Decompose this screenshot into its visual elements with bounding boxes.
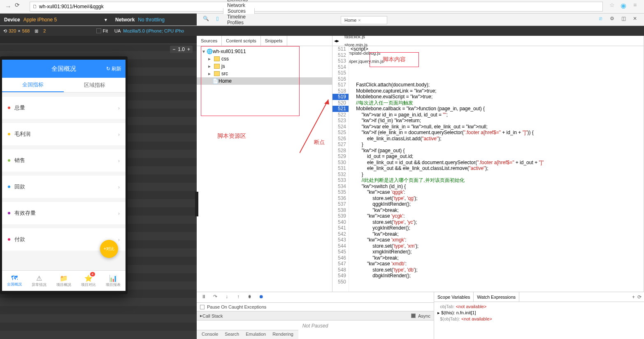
url-text: wh-xull01:9011/Home#&qggk (39, 4, 104, 9)
nav-item[interactable]: 📁项目概况 (51, 271, 76, 291)
nav-item[interactable]: ⚠异常情况 (27, 271, 51, 291)
reload-icon[interactable]: ⟳ (15, 2, 25, 12)
refresh-button[interactable]: ↻ 刷新 (106, 65, 121, 72)
app-bottom-nav: 🗺全国概况⚠异常情况📁项目概况⭐项目对比4📊项目报表 (2, 270, 126, 291)
settings-gear-icon[interactable]: ⚙ (608, 16, 616, 24)
close-icon[interactable]: × (358, 18, 360, 23)
app-tab-national[interactable]: 全国指标 (2, 78, 64, 92)
line-gutter[interactable]: 5115125135145155165175185195205215225235… (332, 46, 349, 331)
list-item[interactable]: 毛利润› (2, 123, 126, 145)
nav-item[interactable]: 📊项目报表 (101, 271, 126, 291)
back-arrow-icon[interactable]: → (3, 2, 13, 12)
list-item[interactable]: 有效存量› (2, 202, 126, 224)
chevron-down-icon: ▾ (105, 17, 107, 23)
devtools-tab-sources[interactable]: Sources (223, 8, 255, 14)
annotation-label: 脚本资源区 (217, 132, 246, 140)
drawer-toggle-icon[interactable]: ⎚ (596, 16, 604, 24)
devtools-tab-timeline[interactable]: Timeline (223, 14, 255, 20)
app-header: 全国概况 ↻ 刷新 (2, 60, 126, 78)
zoom-out-icon[interactable]: − (172, 46, 175, 52)
phone-frame: 全国概况 ↻ 刷新 全国指标 区域指标 总量›毛利润›销售›回款›有效存量›付款… (0, 56, 128, 294)
pause-exceptions-row[interactable]: Pause On Caught Exceptions (197, 303, 434, 311)
annotation-box (201, 46, 300, 116)
svg-marker-1 (324, 100, 329, 104)
app-list: 总量›毛利润›销售›回款›有效存量›付款› (2, 97, 126, 251)
file-tabs: ◂▸ Home×mobilebone.jsfastclick.jsstore.m… (332, 36, 644, 46)
devtools-tab-network[interactable]: Network (223, 2, 255, 8)
app-tab-regional[interactable]: 区域指标 (64, 78, 126, 92)
dock-icon[interactable]: ◫ (619, 16, 628, 24)
watch-expression[interactable]: ▸ $(this): n.fn.init[1] (437, 310, 641, 316)
watch-panel: Scope Variables Watch Expressions +⟳ obj… (434, 292, 644, 339)
devtools-header: Device Apple iPhone 5 ▾ Network No throt… (0, 14, 644, 26)
device-mode-icon[interactable]: ▯ (213, 16, 221, 24)
zoom-in-icon[interactable]: + (187, 46, 190, 52)
watch-expressions-tab[interactable]: Watch Expressions (474, 292, 519, 302)
annotation-breakpoint: 断点 (314, 139, 325, 146)
network-throttle[interactable]: Network No throttling (111, 14, 197, 26)
hamburger-menu-icon[interactable]: ≡ (630, 2, 640, 12)
pause-checkbox[interactable] (200, 305, 205, 309)
app-tabs: 全国指标 区域指标 (2, 78, 126, 93)
list-item[interactable]: 回款› (2, 176, 126, 198)
step-over-icon[interactable]: ↷ (212, 294, 219, 301)
drawer-console[interactable]: Console (198, 330, 221, 339)
debug-toolbar: ⏸ ↷ ↓ ↑ ⧯ ⏺ (197, 292, 434, 303)
device-config-row: ⟲ 320 × 568 ⊞ 2 Fit UA Mozilla/5.0 (iPho… (0, 26, 644, 36)
device-emulator: − 1.0 + 全国概况 ↻ 刷新 全国指标 区域指标 总量›毛利润›销售›回款… (0, 36, 197, 339)
watch-expression[interactable]: $(objTab): <not available> (437, 316, 641, 322)
refresh-watch-icon[interactable]: ⟳ (637, 294, 642, 300)
scope-variables-tab[interactable]: Scope Variables (434, 292, 474, 302)
rotate-icon[interactable]: ⟲ (3, 28, 7, 34)
src-tab-snippets[interactable]: Snippets (261, 36, 287, 46)
deactivate-bp-icon[interactable]: ⧯ (246, 294, 253, 301)
pause-exceptions-icon[interactable]: ⏺ (258, 294, 265, 301)
compare-fab[interactable]: +对比 (100, 240, 118, 258)
url-bar[interactable]: 🗋 wh-xull01:9011/Home#&qggk (30, 2, 603, 12)
next-icon[interactable]: ▸ (337, 38, 339, 44)
drawer-tabs: Console Search Emulation Rendering (197, 330, 298, 339)
devtools-tabs: 🔍 ▯ ElementsNetworkSourcesTimelineProfil… (197, 14, 644, 26)
zoom-control[interactable]: − 1.0 + (170, 46, 193, 53)
call-stack-header[interactable]: ▸ Call Stack Async (197, 311, 434, 320)
search-icon[interactable]: 🔍 (202, 16, 210, 24)
watch-expression[interactable]: objTab: <not available> (437, 304, 641, 310)
file-tab[interactable]: fastclick.js (341, 33, 387, 41)
code-body[interactable]: 5115125135145155165175185195205215225235… (332, 46, 644, 331)
nav-item[interactable]: ⭐项目对比4 (76, 271, 101, 291)
async-checkbox[interactable] (411, 313, 416, 318)
drawer-search[interactable]: Search (221, 330, 242, 339)
bookmark-star-icon[interactable]: ☆ (607, 2, 617, 12)
devtools-tab-resources[interactable]: Resources (223, 26, 255, 31)
annotation-script-content: 脚本内容 (370, 52, 419, 67)
step-out-icon[interactable]: ↑ (235, 294, 242, 301)
list-item[interactable]: 销售› (2, 149, 126, 172)
browser-toolbar: → ⟳ 🗋 wh-xull01:9011/Home#&qggk ☆ ◉ ≡ (0, 0, 644, 14)
file-tab[interactable]: mobilebone.js (341, 24, 387, 33)
add-watch-icon[interactable]: + (632, 294, 635, 300)
drawer-emulation[interactable]: Emulation (242, 330, 269, 339)
extension-icon[interactable]: ◉ (618, 2, 628, 12)
pause-icon[interactable]: ⏸ (200, 294, 207, 301)
src-tab-content-scripts[interactable]: Content scripts (222, 36, 260, 46)
drawer-rendering[interactable]: Rendering (269, 330, 297, 339)
devtools-tab-profiles[interactable]: Profiles (223, 20, 255, 26)
ruler-horizontal (0, 36, 197, 44)
page-icon: 🗋 (33, 4, 37, 9)
step-into-icon[interactable]: ↓ (223, 294, 230, 301)
src-tab-sources[interactable]: Sources (197, 36, 222, 46)
file-tab[interactable]: Home× (341, 16, 387, 24)
nav-item[interactable]: 🗺全国概况 (2, 271, 27, 291)
sources-subtabs: Sources Content scripts Snippets (197, 36, 332, 46)
list-item[interactable]: 总量› (2, 97, 126, 119)
fit-checkbox[interactable] (96, 28, 101, 33)
device-selector[interactable]: Device Apple iPhone 5 ▾ (0, 14, 111, 26)
code-lines[interactable]: <script> FastClick.attach(document.body)… (349, 46, 644, 331)
phone-screen[interactable]: 全国概况 ↻ 刷新 全国指标 区域指标 总量›毛利润›销售›回款›有效存量›付款… (2, 60, 126, 291)
close-icon[interactable]: ✕ (631, 16, 639, 24)
